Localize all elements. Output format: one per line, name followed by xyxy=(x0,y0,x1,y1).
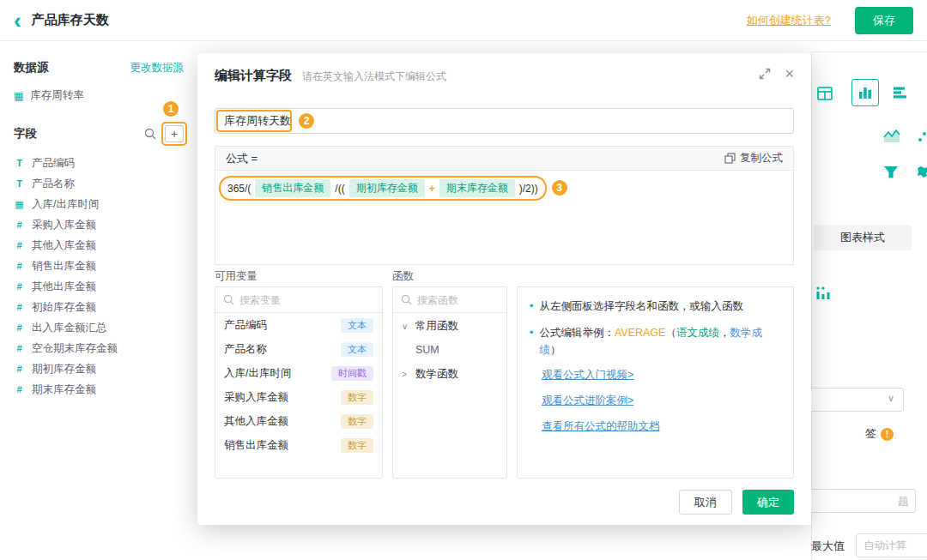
search-icon[interactable] xyxy=(144,128,156,140)
datasource-item[interactable]: ▦ 库存周转率 xyxy=(14,88,184,103)
function-group-common[interactable]: ∨ 常用函数 xyxy=(393,313,506,339)
variable-item[interactable]: 产品编码文本 xyxy=(215,313,382,337)
bullet-icon: • xyxy=(530,298,533,316)
search-icon xyxy=(223,294,234,305)
formula-field-token: 期末库存金额 xyxy=(439,179,515,197)
number-field-icon: # xyxy=(14,281,25,292)
field-item[interactable]: #其他出库金额 xyxy=(14,276,184,297)
number-field-icon: # xyxy=(14,364,25,374)
variable-name: 产品编码 xyxy=(224,318,267,333)
edit-calc-field-modal: 编辑计算字段 请在英文输入法模式下编辑公式 × 2 公式 = 复制公式 365/… xyxy=(197,53,811,525)
formula-editor[interactable]: 365/( 销售出库金额 /(( 期初库存金额 + 期末库存金额 )/2)) 3 xyxy=(215,171,794,265)
chevron-down-icon: ∨ xyxy=(888,393,894,404)
field-item[interactable]: #初始库存金额 xyxy=(14,297,184,317)
field-name: 期初库存金额 xyxy=(32,362,96,376)
map-chart-icon[interactable] xyxy=(914,164,927,181)
title-partial-text: 题 xyxy=(898,495,909,509)
panel-left-border xyxy=(811,51,812,560)
copy-icon xyxy=(724,153,736,164)
text-field-icon: T xyxy=(14,158,25,168)
formula-operator: + xyxy=(429,183,435,195)
example-arg1: 语文成绩 xyxy=(676,327,719,339)
variable-item[interactable]: 销售出库金额数字 xyxy=(215,433,382,457)
copy-formula-button[interactable]: 复制公式 xyxy=(724,151,783,166)
type-badge: 文本 xyxy=(341,318,373,333)
number-field-icon: # xyxy=(14,384,25,394)
funnel-chart-icon[interactable] xyxy=(882,164,900,181)
link-intro-video[interactable]: 观看公式入门视频> xyxy=(542,368,781,382)
variable-name: 销售出库金额 xyxy=(224,438,288,453)
variables-search[interactable] xyxy=(215,287,382,313)
max-value-input[interactable] xyxy=(856,533,927,557)
save-button[interactable]: 保存 xyxy=(855,7,913,34)
top-bar-actions: 如何创建统计表? 保存 xyxy=(747,7,913,34)
how-to-create-link[interactable]: 如何创建统计表? xyxy=(747,13,831,28)
chart-config-panel: 图表样式 ∨ 签 ! 题 最大值 xyxy=(798,41,927,560)
formula-text: /(( xyxy=(335,183,344,195)
link-help-docs[interactable]: 查看所有公式的帮助文档 xyxy=(542,419,781,434)
datasource-item-label: 库存周转率 xyxy=(30,88,84,103)
tab-chart-style[interactable]: 图表样式 xyxy=(814,225,912,250)
fields-label: 字段 xyxy=(14,126,37,142)
change-datasource-link[interactable]: 更改数据源 xyxy=(130,61,185,75)
functions-search[interactable] xyxy=(393,287,506,313)
field-item[interactable]: #空仓期末库存金额 xyxy=(14,338,184,358)
warning-icon: ! xyxy=(881,428,894,441)
axis-settings-icon[interactable] xyxy=(814,285,831,302)
function-item-sum[interactable]: SUM xyxy=(393,339,506,361)
functions-panel: ∨ 常用函数 SUM > 数学函数 xyxy=(392,286,507,479)
text-field-icon: T xyxy=(14,178,25,189)
type-badge: 文本 xyxy=(341,342,373,357)
formula-field-token: 销售出库金额 xyxy=(255,179,330,197)
date-field-icon: ▦ xyxy=(14,199,25,210)
caret-down-icon: ∨ xyxy=(402,322,410,331)
scatter-chart-icon[interactable] xyxy=(916,128,927,145)
functions-search-input[interactable] xyxy=(417,294,499,306)
field-item[interactable]: T产品编码 xyxy=(14,153,184,173)
field-item[interactable]: #其他入库金额 xyxy=(14,235,184,256)
confirm-button[interactable]: 确定 xyxy=(742,490,794,515)
field-item[interactable]: #出入库金额汇总 xyxy=(14,317,184,338)
field-list: T产品编码 T产品名称 ▦入库/出库时间 #采购入库金额 #其他入库金额 #销售… xyxy=(14,153,184,400)
field-name: 入库/出库时间 xyxy=(32,197,99,212)
link-advanced-cases[interactable]: 观看公式进阶案例> xyxy=(542,394,781,408)
add-field-button[interactable]: + xyxy=(165,125,184,142)
page-title: 产品库存天数 xyxy=(32,12,109,28)
field-item[interactable]: #期初库存金额 xyxy=(14,358,184,379)
field-item[interactable]: T产品名称 xyxy=(14,173,184,194)
expand-icon[interactable] xyxy=(759,68,771,80)
function-group-math[interactable]: > 数学函数 xyxy=(393,361,506,387)
field-name: 销售出库金额 xyxy=(32,259,96,274)
area-chart-icon[interactable] xyxy=(882,127,901,146)
variable-name: 其他入库金额 xyxy=(224,414,288,429)
field-item[interactable]: #期末库存金额 xyxy=(14,379,184,400)
back-icon[interactable]: ‹ xyxy=(14,12,21,29)
variable-item[interactable]: 采购入库金额数字 xyxy=(215,385,382,409)
variable-name: 入库/出库时间 xyxy=(224,366,291,381)
bullet-icon: • xyxy=(530,324,533,359)
field-name: 其他出库金额 xyxy=(32,280,96,294)
caret-right-icon: > xyxy=(402,370,410,379)
variable-item[interactable]: 入库/出库时间时间戳 xyxy=(215,361,382,385)
function-group-label: 常用函数 xyxy=(415,319,458,334)
field-item[interactable]: #销售出库金额 xyxy=(14,256,184,276)
field-name: 其他入库金额 xyxy=(32,238,96,253)
step-badge-1: 1 xyxy=(163,101,179,117)
horizontal-bar-chart-icon[interactable] xyxy=(891,84,908,101)
type-badge: 数字 xyxy=(341,438,373,453)
table-chart-icon[interactable] xyxy=(815,84,834,103)
search-icon xyxy=(401,294,412,305)
help-panel: • 从左侧面板选择字段名和函数，或输入函数 • 公式编辑举例：AVERAGE（语… xyxy=(517,286,794,479)
bar-chart-icon[interactable] xyxy=(851,79,879,106)
cancel-button[interactable]: 取消 xyxy=(679,490,732,515)
field-name: 出入库金额汇总 xyxy=(32,321,107,335)
close-icon[interactable]: × xyxy=(785,67,794,81)
variable-item[interactable]: 其他入库金额数字 xyxy=(215,409,382,433)
formula-field-token: 期初库存金额 xyxy=(349,179,425,197)
variable-item[interactable]: 产品名称文本 xyxy=(215,337,382,361)
variables-search-input[interactable] xyxy=(239,294,374,306)
field-item[interactable]: #采购入库金额 xyxy=(14,214,184,235)
function-group-label: 数学函数 xyxy=(415,367,458,382)
step-badge-2: 2 xyxy=(299,113,314,129)
field-item[interactable]: ▦入库/出库时间 xyxy=(14,194,184,214)
